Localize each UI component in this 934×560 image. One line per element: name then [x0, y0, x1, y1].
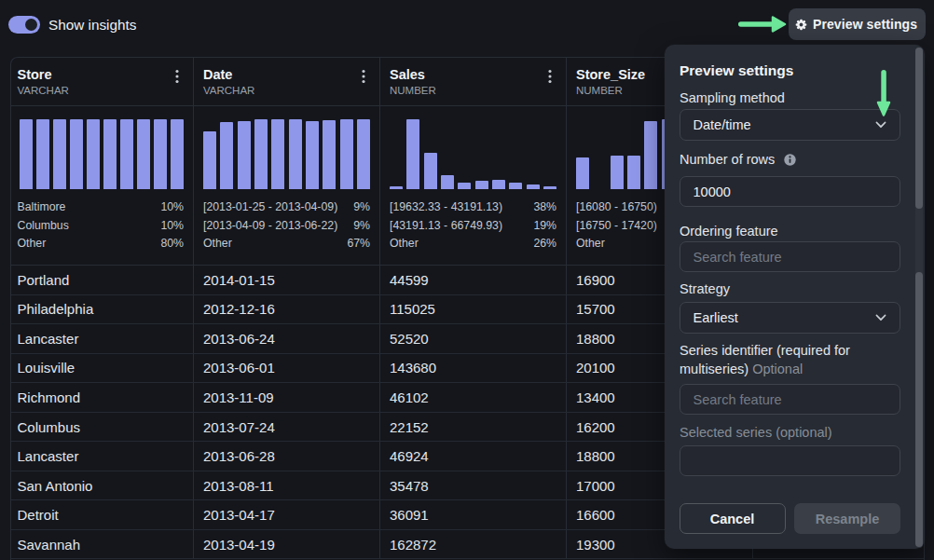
series-identifier-input[interactable]	[680, 384, 900, 415]
selected-series-label: Selected series (optional)	[680, 423, 832, 442]
cancel-button[interactable]: Cancel	[680, 503, 786, 534]
histogram-bar	[306, 121, 319, 189]
table-cell: Detroit	[11, 500, 195, 529]
stat-label: [43191.13 - 66749.93)	[390, 217, 502, 236]
sampling-method-label: Sampling method	[680, 89, 785, 107]
column-menu-kebab-icon[interactable]	[362, 69, 365, 84]
stat-value: 38%	[533, 198, 556, 217]
histogram-bar	[424, 153, 437, 188]
popover-scrollbar-track[interactable]	[915, 48, 923, 548]
number-of-rows-input[interactable]	[680, 176, 900, 207]
stat-label: Other	[576, 235, 605, 253]
histogram-bar	[20, 119, 33, 189]
column-name: Store	[18, 67, 194, 82]
stat-label: [16080 - 16750)	[576, 198, 657, 217]
resample-button[interactable]: Resample	[794, 503, 900, 534]
table-cell: 2013-06-24	[194, 324, 380, 353]
stat-label: Other	[203, 235, 232, 253]
histogram-bar	[340, 119, 353, 189]
stat-label: [2013-04-09 - 2013-06-22)	[203, 217, 337, 236]
histogram-bar	[87, 119, 100, 189]
strategy-value: Earliest	[694, 310, 738, 325]
histogram-bar	[576, 157, 589, 189]
table-cell: 2013-08-11	[194, 471, 380, 500]
stat-label: Columbus	[18, 217, 69, 236]
table-cell: 2013-04-17	[194, 500, 380, 529]
histogram-bar	[203, 131, 216, 189]
column-insights-cell: [2013-01-25 - 2013-04-09)9%[2013-04-09 -…	[194, 106, 380, 266]
histogram-bar	[238, 121, 251, 189]
stat-value: 26%	[533, 235, 556, 253]
stat-row: [2013-01-25 - 2013-04-09)9%	[203, 198, 370, 217]
popover-scrollbar-thumb[interactable]	[915, 272, 923, 547]
stat-row: [19632.33 - 43191.13)38%	[390, 198, 556, 217]
column-menu-kebab-icon[interactable]	[175, 69, 179, 84]
histogram-bar	[289, 119, 302, 188]
histogram-bar	[36, 119, 49, 189]
histogram-bar	[70, 119, 83, 189]
histogram-bar	[171, 119, 184, 189]
table-cell: 2013-11-09	[194, 383, 380, 412]
sampling-method-select[interactable]: Date/time	[680, 109, 900, 141]
column-menu-kebab-icon[interactable]	[548, 69, 552, 84]
histogram-chart	[390, 119, 556, 189]
table-cell: 46924	[380, 442, 567, 471]
stat-label: [2013-01-25 - 2013-04-09)	[203, 198, 337, 217]
stat-value: 9%	[353, 198, 370, 217]
preview-settings-button-label: Preview settings	[813, 17, 917, 32]
stat-label: [16750 - 17420)	[576, 217, 657, 236]
stat-label: Other	[18, 235, 47, 253]
table-cell: 2012-12-16	[194, 295, 380, 324]
popover-title: Preview settings	[680, 62, 793, 79]
table-cell: Lancaster	[11, 442, 195, 471]
table-cell: 36091	[380, 500, 567, 529]
histogram-bar	[154, 119, 167, 189]
selected-series-input[interactable]	[680, 445, 900, 476]
series-identifier-optional: Optional	[752, 362, 803, 376]
histogram-bar	[441, 175, 454, 189]
table-cell: Lancaster	[11, 324, 195, 353]
column-stats: [19632.33 - 43191.13)38%[43191.13 - 6674…	[390, 198, 556, 253]
histogram-bar	[390, 186, 403, 189]
table-cell: Philadelphia	[11, 295, 195, 324]
strategy-select[interactable]: Earliest	[680, 302, 900, 334]
table-cell: 115025	[380, 295, 567, 324]
histogram-bar	[137, 119, 150, 189]
stat-value: 10%	[160, 198, 184, 217]
show-insights-toggle[interactable]	[8, 16, 40, 34]
histogram-bar	[611, 156, 624, 189]
histogram-bar	[492, 180, 505, 189]
table-cell: 52520	[380, 324, 567, 353]
stat-value: 9%	[353, 217, 370, 236]
histogram-bar	[475, 181, 488, 189]
table-cell: Savannah	[11, 530, 195, 559]
ordering-feature-input[interactable]	[680, 241, 900, 272]
table-cell: Richmond	[11, 383, 195, 412]
histogram-bar	[627, 156, 640, 189]
histogram-bar	[644, 121, 657, 189]
histogram-bar	[323, 120, 336, 189]
number-of-rows-label: Number of rows	[680, 150, 796, 169]
toggle-knob	[25, 19, 37, 31]
histogram-bar	[271, 119, 284, 189]
table-cell: 2013-07-24	[194, 413, 380, 442]
table-cell: San Antonio	[11, 471, 195, 500]
stat-value: 10%	[160, 217, 184, 236]
stat-row: Columbus10%	[18, 217, 185, 236]
column-header: DateVARCHAR	[194, 58, 380, 105]
gear-icon	[795, 19, 807, 31]
strategy-label: Strategy	[680, 280, 730, 298]
column-name: Sales	[390, 67, 566, 82]
chevron-down-icon	[875, 121, 886, 129]
show-insights-label: Show insights	[48, 17, 136, 34]
table-cell: 44599	[380, 266, 567, 294]
stat-label: Other	[390, 235, 419, 253]
popover-scrollbar-thumb-top[interactable]	[915, 48, 923, 209]
histogram-bar	[406, 119, 419, 189]
info-icon[interactable]	[784, 154, 796, 166]
column-header: StoreVARCHAR	[11, 58, 195, 105]
column-insights-cell: Baltimore10%Columbus10%Other80%	[11, 106, 195, 266]
histogram-chart	[203, 119, 370, 189]
stat-row: Other67%	[203, 235, 370, 253]
preview-settings-button[interactable]: Preview settings	[789, 8, 926, 40]
